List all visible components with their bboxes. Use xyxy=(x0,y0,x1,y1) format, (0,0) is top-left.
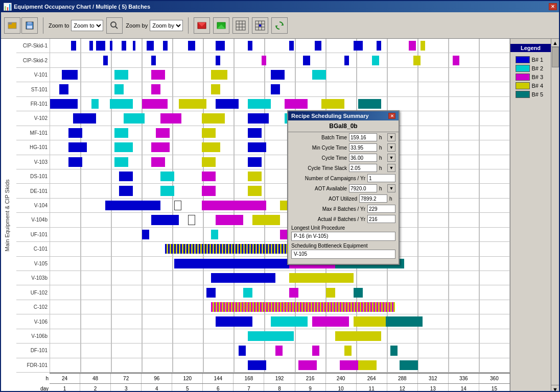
equipment-label-fr-101: FR-101 xyxy=(16,101,50,107)
dialog-row-dropdown-btn[interactable]: ▼ xyxy=(387,154,395,162)
legend-color-swatch xyxy=(516,65,530,72)
svg-rect-4 xyxy=(27,26,32,29)
dialog-row-unit: h xyxy=(379,135,385,140)
dialog-close-button[interactable]: ✕ xyxy=(388,113,395,119)
scroll-down-btn[interactable]: ▼ xyxy=(551,385,559,392)
gantt-bar xyxy=(216,215,243,225)
zoom-by-select[interactable]: Zoom by xyxy=(150,20,183,31)
gantt-bar xyxy=(114,84,124,94)
gantt-bar xyxy=(400,360,418,370)
gantt-bar xyxy=(202,172,216,181)
zoom-to-search-icon[interactable] xyxy=(106,17,123,34)
toolbar-btn-red[interactable] xyxy=(194,17,210,34)
time-tick-h: 168 xyxy=(234,374,264,383)
gantt-bar xyxy=(151,142,170,152)
time-tick-h: 48 xyxy=(80,374,111,383)
gantt-bar xyxy=(354,316,390,326)
legend-panel: Legend B# 1B# 2B# 3B# 4B# 5 xyxy=(510,39,551,392)
zoom-to-combo[interactable]: Zoom to Zoom to xyxy=(49,20,103,31)
zoom-by-combo[interactable]: Zoom by Zoom by xyxy=(126,20,183,31)
gantt-bar xyxy=(114,70,128,80)
zoom-to-select[interactable]: Zoom to xyxy=(71,20,103,31)
gantt-area-df-101 xyxy=(50,344,510,357)
gantt-bar xyxy=(73,113,96,123)
scroll-up-btn[interactable]: ▲ xyxy=(551,39,559,47)
time-axis: h 24487296120144168192216240264288312336… xyxy=(50,373,510,392)
dialog-row-label: AOT Utilized xyxy=(291,196,357,202)
dialog-data-row: Max # Batches / Yr229 xyxy=(288,204,399,214)
equipment-row-v-105: V-105 xyxy=(16,257,510,271)
gantt-bar xyxy=(202,201,266,210)
gantt-bar xyxy=(151,84,160,94)
gantt-bar xyxy=(91,99,99,109)
gantt-bar xyxy=(321,99,344,109)
gantt-area-st-101 xyxy=(50,82,510,96)
gantt-bar xyxy=(248,128,262,138)
gantt-bar xyxy=(133,41,135,51)
equipment-label-v-104: V-104 xyxy=(16,203,50,208)
time-tick-day: 15 xyxy=(479,384,510,392)
equipment-label-v-102: V-102 xyxy=(16,115,50,121)
scroll-thumb[interactable] xyxy=(552,47,559,67)
toolbar-btn-grid2[interactable] xyxy=(252,17,268,34)
time-tick-day: 2 xyxy=(80,384,111,392)
longest-unit-label: Longest Unit Procedure xyxy=(288,224,399,231)
gantt-bar xyxy=(275,346,283,355)
chart-area: Main Equipment & CIP Skids CIP-Skid-1CIP… xyxy=(1,39,510,392)
gantt-bar xyxy=(89,41,93,51)
window-title: Equipment Occupancy Chart / Multiple ( 5… xyxy=(14,4,150,10)
dialog-row-label: Actual # Batches / Yr xyxy=(291,216,365,222)
dialog-row-dropdown-btn[interactable]: ▼ xyxy=(387,164,395,172)
dialog-row-dropdown-btn[interactable]: ▼ xyxy=(387,184,395,192)
gantt-bar xyxy=(453,56,460,65)
legend-color-swatch xyxy=(516,74,530,81)
svg-rect-1 xyxy=(8,22,12,24)
dialog-row-unit: h xyxy=(379,155,385,161)
title-bar: 📊 Equipment Occupancy Chart / Multiple (… xyxy=(1,1,559,12)
toolbar-btn-refresh[interactable] xyxy=(271,17,288,34)
h-unit-label: h xyxy=(34,376,49,381)
dialog-data-row: Actual # Batches / Yr216 xyxy=(288,214,399,224)
gantt-bar xyxy=(114,157,128,167)
gantt-bar xyxy=(335,331,381,341)
toolbar-icon-1[interactable] xyxy=(4,17,20,34)
time-tick-h: 312 xyxy=(418,374,449,383)
time-tick-day: 1 xyxy=(50,384,80,392)
equipment-row-fdr-101: FDR-101 xyxy=(16,358,510,373)
svg-rect-21 xyxy=(259,24,261,27)
close-button[interactable]: ✕ xyxy=(549,3,557,10)
gantt-bar xyxy=(386,316,423,326)
time-tick-h: 72 xyxy=(111,374,142,383)
dialog-data-row: Number of Campaigns / Yr1 xyxy=(288,173,399,183)
toolbar-icon-2[interactable] xyxy=(21,17,38,34)
dialog-row-value: 7920.0 xyxy=(349,184,377,192)
gantt-bar xyxy=(160,172,174,181)
gantt-bar xyxy=(188,41,195,51)
dialog-row-dropdown-btn[interactable]: ▼ xyxy=(387,133,395,141)
equipment-label-v-103: V-103 xyxy=(16,159,50,165)
gantt-bar xyxy=(358,99,381,109)
dialog-row-dropdown-btn[interactable]: ▼ xyxy=(387,143,395,152)
gantt-bar xyxy=(216,316,252,326)
legend-label: B# 4 xyxy=(532,83,544,89)
gantt-bar xyxy=(271,84,280,94)
scrollbar-v[interactable]: ▲ ▼ xyxy=(551,39,559,392)
gantt-bar xyxy=(211,230,218,239)
gantt-bar xyxy=(239,346,246,355)
gantt-bar xyxy=(312,346,319,355)
toolbar: Zoom to Zoom to Zoom by Zoom by xyxy=(1,12,559,39)
dialog-row-value: 1 xyxy=(367,174,395,182)
recipe-dialog: Recipe Scheduling Summary ✕ BGal8_0b Bat… xyxy=(287,110,400,265)
gantt-bar xyxy=(216,41,225,51)
equipment-label-v-106: V-106 xyxy=(16,319,50,325)
equipment-label-de-101: DE-101 xyxy=(16,188,50,194)
gantt-bar xyxy=(147,41,154,51)
gantt-bar xyxy=(211,70,227,80)
toolbar-btn-grid1[interactable] xyxy=(232,17,249,34)
gantt-bar xyxy=(248,113,269,123)
rows-container: CIP-Skid-1CIP-Skid-2V-101ST-101FR-101V-1… xyxy=(16,39,510,373)
gantt-bar xyxy=(202,142,220,152)
main-area: Main Equipment & CIP Skids CIP-Skid-1CIP… xyxy=(1,39,559,392)
dialog-row-unit: h xyxy=(379,145,385,151)
toolbar-btn-green[interactable] xyxy=(213,17,229,34)
